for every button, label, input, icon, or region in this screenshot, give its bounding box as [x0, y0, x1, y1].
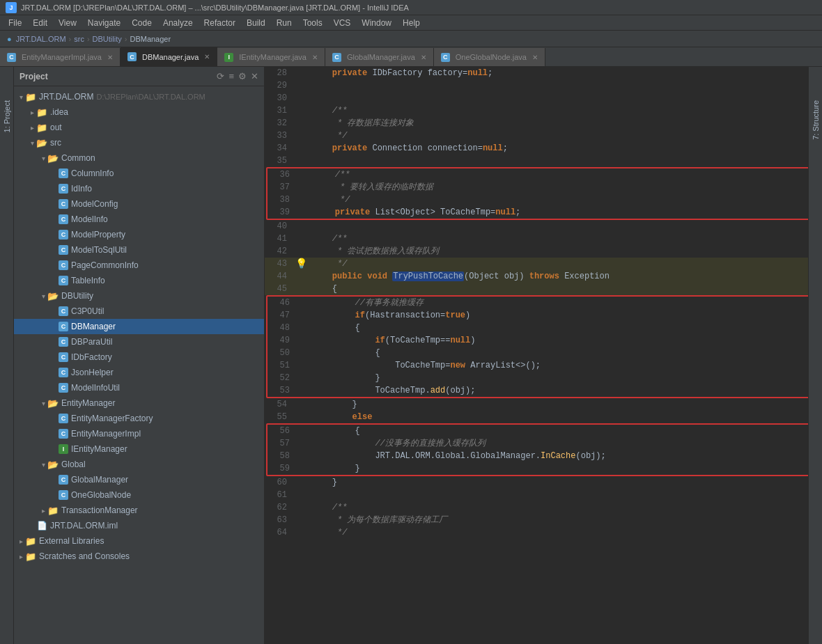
code-line-61: 61 — [265, 489, 808, 501]
tree-item-8[interactable]: CModelInfo — [14, 212, 264, 227]
tree-item-12[interactable]: CTableInfo — [14, 273, 264, 288]
tree-item-2[interactable]: ▸📁out — [14, 120, 264, 135]
tree-item-29[interactable]: ▸📁External Libraries — [14, 533, 264, 549]
tree-label-30: Scratches and Consoles — [39, 551, 130, 561]
code-line-46: 46 //有事务就推缓存 — [267, 297, 808, 309]
project-tab[interactable]: 1: Project — [1, 95, 13, 138]
code-line-47: 47 if(Hastransaction=true) — [267, 309, 808, 322]
tree-item-6[interactable]: CIdInfo — [14, 181, 264, 196]
close-icon[interactable]: ✕ — [251, 71, 258, 81]
tree-item-19[interactable]: CModelInfoUtil — [14, 380, 264, 395]
right-tab-strip: 7: Structure — [808, 67, 822, 644]
tree-item-13[interactable]: ▾📂DBUtility — [14, 288, 264, 304]
code-line-48: 48 { — [267, 322, 808, 334]
line-number-31: 31 — [265, 104, 293, 117]
menu-item-vcs[interactable]: VCS — [328, 17, 357, 29]
breadcrumb-part-1[interactable]: src — [74, 35, 84, 43]
tree-item-16[interactable]: CDBParaUtil — [14, 334, 264, 350]
tree-item-11[interactable]: CPageCommonInfo — [14, 258, 264, 273]
code-line-40: 40 — [265, 220, 808, 233]
tree-item-3[interactable]: ▾📂src — [14, 135, 264, 150]
tree-item-14[interactable]: CC3P0Util — [14, 304, 264, 319]
menu-item-tools[interactable]: Tools — [297, 17, 328, 29]
tree-arrow-8 — [50, 215, 59, 223]
tree-item-20[interactable]: ▾📂EntityManager — [14, 395, 264, 411]
tab-IEntityManager-java[interactable]: IIEntityManager.java✕ — [217, 48, 325, 66]
code-line-39: 39 private List<Object> ToCacheTmp=null; — [267, 206, 808, 219]
menu-item-edit[interactable]: Edit — [27, 17, 53, 29]
sync-icon[interactable]: ⟳ — [217, 71, 224, 81]
collapse-icon[interactable]: ≡ — [228, 71, 234, 81]
breadcrumb-part-0[interactable]: JRT.DAL.ORM — [16, 35, 66, 43]
lines-container: 28 private IDbFactory factory=null;29303… — [265, 67, 808, 644]
tree-item-22[interactable]: CEntityManagerImpl — [14, 426, 264, 441]
menu-item-view[interactable]: View — [53, 17, 82, 29]
tree-item-25[interactable]: CGlobalManager — [14, 472, 264, 487]
tree-item-0[interactable]: ▾📁JRT.DAL.ORM D:\JREPlan\DAL\JRT.DAL.ORM — [14, 89, 264, 104]
line-number-54: 54 — [265, 398, 293, 411]
tree-item-30[interactable]: ▸📁Scratches and Consoles — [14, 549, 264, 564]
gear-icon[interactable]: ⚙ — [238, 71, 247, 81]
tree-item-26[interactable]: COneGlobalNode — [14, 487, 264, 503]
tree-item-1[interactable]: ▸📁.idea — [14, 104, 264, 120]
tab-close-0[interactable]: ✕ — [107, 54, 113, 61]
tree-label-25: GlobalManager — [71, 475, 128, 485]
tree-item-5[interactable]: CColumnInfo — [14, 166, 264, 181]
tab-close-3[interactable]: ✕ — [421, 54, 426, 61]
tree-label-13: DBUtility — [61, 291, 93, 301]
menu-item-window[interactable]: Window — [356, 17, 397, 29]
menu-bar: FileEditViewNavigateCodeAnalyzeRefactorB… — [0, 15, 822, 31]
menu-item-run[interactable]: Run — [271, 17, 297, 29]
tree-item-10[interactable]: CModelToSqlUtil — [14, 242, 264, 258]
menu-item-file[interactable]: File — [3, 17, 27, 29]
tree-item-17[interactable]: CIDbFactory — [14, 350, 264, 365]
code-line-63: 63 * 为每个数据库驱动存储工厂 — [265, 514, 808, 526]
bulb-icon[interactable]: 💡 — [295, 258, 307, 270]
menu-item-build[interactable]: Build — [241, 17, 271, 29]
tree-arrow-23 — [50, 445, 59, 453]
line-code-44: public void TryPushToCache(Object obj) t… — [309, 270, 808, 283]
tab-DBManager-java[interactable]: CDBManager.java✕ — [121, 47, 217, 66]
tree-label-17: IDbFactory — [71, 352, 112, 362]
menu-item-navigate[interactable]: Navigate — [82, 17, 126, 29]
code-line-41: 41 /** — [265, 233, 808, 245]
tree-item-21[interactable]: CEntityManagerFactory — [14, 411, 264, 426]
tree-item-15[interactable]: CDBManager — [14, 319, 264, 334]
red-box-group: 46 //有事务就推缓存47 if(Hastransaction=true)48… — [266, 295, 808, 398]
tree-arrow-0: ▾ — [17, 93, 25, 101]
tree-arrow-22 — [50, 430, 59, 438]
tree-item-27[interactable]: ▸📁TransactionManager — [14, 503, 264, 518]
tree-item-9[interactable]: CModelProperty — [14, 227, 264, 242]
line-number-29: 29 — [265, 79, 293, 92]
structure-tab[interactable]: 7: Structure — [810, 95, 821, 146]
tree-item-4[interactable]: ▾📂Common — [14, 150, 264, 166]
tree-label-21: EntityManagerFactory — [71, 414, 153, 423]
tab-EntityManagerImpl-java[interactable]: CEntityManagerImpl.java✕ — [0, 48, 121, 66]
tab-GlobalManager-java[interactable]: CGlobalManager.java✕ — [325, 48, 434, 66]
tree-arrow-4: ▾ — [39, 154, 47, 162]
tab-OneGlobalNode-java[interactable]: COneGlobalNode.java✕ — [434, 48, 545, 66]
tree-item-18[interactable]: CJsonHelper — [14, 365, 264, 380]
tree-item-24[interactable]: ▾📂Global — [14, 457, 264, 472]
breadcrumb-part-3[interactable]: DBManager — [130, 35, 171, 43]
menu-item-code[interactable]: Code — [126, 17, 157, 29]
code-line-43: 43💡 */ — [265, 258, 808, 270]
tree-item-28[interactable]: 📄JRT.DAL.ORM.iml — [14, 518, 264, 533]
menu-item-help[interactable]: Help — [397, 17, 426, 29]
line-code-45: { — [309, 283, 808, 295]
line-number-62: 62 — [265, 501, 293, 514]
line-number-60: 60 — [265, 476, 293, 489]
sidebar-header: Project ⟳ ≡ ⚙ ✕ — [14, 67, 264, 86]
menu-item-refactor[interactable]: Refactor — [199, 17, 241, 29]
tree-item-7[interactable]: CModelConfig — [14, 196, 264, 212]
line-code-47: if(Hastransaction=true) — [312, 309, 808, 322]
breadcrumb-part-2[interactable]: DBUtility — [93, 35, 122, 43]
tab-close-4[interactable]: ✕ — [532, 54, 538, 61]
tree-label-12: TableInfo — [71, 276, 105, 285]
tab-close-2[interactable]: ✕ — [312, 54, 318, 61]
tree-arrow-24: ▾ — [39, 460, 47, 469]
tree-item-23[interactable]: IIEntityManager — [14, 441, 264, 457]
tab-close-1[interactable]: ✕ — [204, 53, 210, 61]
tree-icon-18: C — [59, 368, 68, 377]
menu-item-analyze[interactable]: Analyze — [157, 17, 199, 29]
